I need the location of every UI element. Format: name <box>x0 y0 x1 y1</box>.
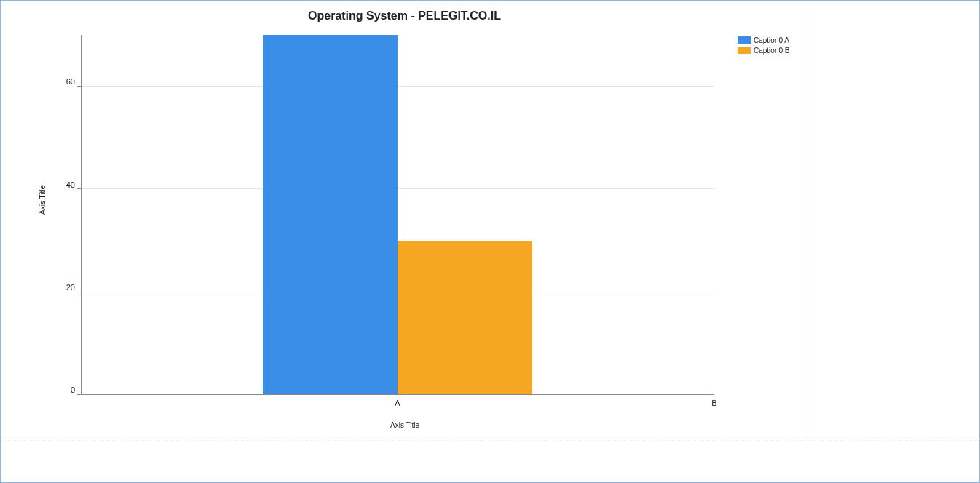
legend-swatch-a <box>738 36 751 44</box>
legend-swatch-b <box>738 47 751 54</box>
legend-item: Caption0 B <box>738 45 789 55</box>
gridline <box>81 188 714 189</box>
divider-dotted <box>1 439 980 439</box>
chart-legend: Caption0 A Caption0 B <box>738 35 789 55</box>
bar-series-a-cat-a <box>263 35 398 395</box>
x-axis-label: Axis Title <box>2 421 807 429</box>
x-tick-label: B <box>711 399 716 407</box>
bar-series-b-cat-a <box>398 241 532 395</box>
y-tick-label: 60 <box>66 77 75 86</box>
y-axis-label: Axis Title <box>39 185 47 215</box>
chart-title: Operating System - PELEGIT.CO.IL <box>2 9 807 23</box>
chart-frame: Operating System - PELEGIT.CO.IL Axis Ti… <box>0 0 980 483</box>
legend-label: Caption0 A <box>754 36 789 44</box>
y-tick-label: 40 <box>66 180 75 189</box>
x-axis-line <box>81 394 714 395</box>
chart-container: Operating System - PELEGIT.CO.IL Axis Ti… <box>2 2 807 437</box>
gridline <box>81 86 714 87</box>
y-tick-label: 20 <box>66 283 75 292</box>
x-tick-label: A <box>395 399 400 407</box>
y-axis-line <box>81 35 82 395</box>
legend-item: Caption0 A <box>738 35 789 45</box>
plot-area: 0 20 40 60 A B <box>81 35 714 395</box>
y-tick-label: 0 <box>71 386 75 394</box>
legend-label: Caption0 B <box>754 47 789 55</box>
